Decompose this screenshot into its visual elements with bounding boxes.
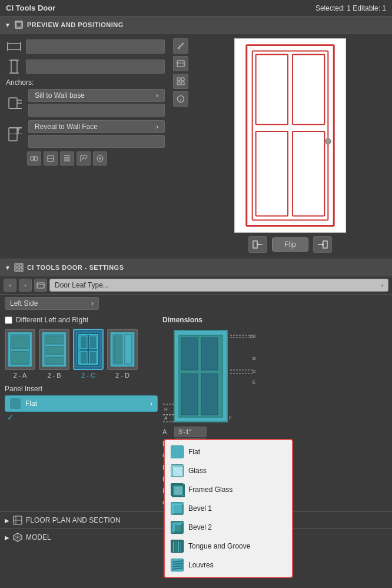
width-input[interactable]: 2'-6" bbox=[26, 39, 165, 54]
dimensions-title: Dimensions bbox=[162, 316, 387, 324]
flat-icon bbox=[171, 445, 184, 458]
flip-bar: Flip bbox=[248, 236, 331, 253]
settings-section-header[interactable]: ▼ CI TOOLS DOOR - SETTINGS bbox=[0, 259, 392, 276]
framed-glass-icon bbox=[171, 483, 184, 496]
toolbar-icon-1[interactable] bbox=[27, 151, 41, 166]
preview-collapse-arrow[interactable]: ▼ bbox=[5, 22, 11, 28]
anchor-icon-sill bbox=[6, 94, 25, 113]
variants-panel: Different Left and Right 2 - A bbox=[5, 316, 158, 508]
preview-tool-info[interactable]: i bbox=[173, 91, 188, 107]
preview-tool-view[interactable] bbox=[173, 56, 188, 71]
model-expand-arrow[interactable]: ▶ bbox=[5, 534, 9, 541]
glass-label: Glass bbox=[188, 467, 207, 475]
panel-insert-label: Panel Insert bbox=[5, 385, 158, 393]
svg-rect-44 bbox=[293, 54, 324, 124]
svg-rect-18 bbox=[35, 157, 38, 160]
svg-rect-36 bbox=[181, 78, 184, 81]
toolbar-icon-5[interactable] bbox=[93, 151, 107, 166]
svg-marker-109 bbox=[172, 504, 174, 514]
height-input[interactable]: 6'-8" bbox=[26, 60, 165, 74]
dim-value-A: 3'-1" bbox=[174, 427, 207, 437]
door-canvas bbox=[234, 38, 346, 233]
panel-insert-color-swatch bbox=[10, 398, 21, 409]
variant-label-2a: 2 - A bbox=[14, 372, 27, 379]
dropdown-item-bevel2[interactable]: Bevel 2 bbox=[165, 518, 292, 537]
settings-section-icon bbox=[14, 263, 24, 272]
svg-point-47 bbox=[325, 138, 331, 144]
toolbar-icon-2[interactable] bbox=[44, 151, 58, 166]
reveal-input-group: Reveal to Wall Face › 0" bbox=[28, 120, 165, 148]
svg-rect-56 bbox=[19, 265, 22, 267]
reveal-value-input[interactable]: 0" bbox=[28, 135, 165, 148]
svg-rect-46 bbox=[293, 131, 324, 216]
svg-marker-108 bbox=[172, 513, 183, 514]
dropdown-item-louvres[interactable]: Louvres bbox=[165, 556, 292, 574]
dropdown-item-glass[interactable]: Glass bbox=[165, 461, 292, 480]
nav-leaf-type-dropdown[interactable]: Door Leaf Type... › bbox=[49, 279, 388, 292]
svg-rect-37 bbox=[177, 82, 180, 85]
toolbar-icon-4[interactable] bbox=[77, 151, 91, 166]
floor-plan-expand-arrow[interactable]: ▶ bbox=[5, 517, 9, 524]
dropdown-item-flat[interactable]: Flat bbox=[165, 442, 292, 461]
floor-plan-title: FLOOR PLAN AND SECTION bbox=[26, 516, 121, 524]
svg-rect-79 bbox=[114, 336, 121, 363]
nav-next-button[interactable]: › bbox=[19, 279, 32, 292]
variant-thumb-2c bbox=[73, 329, 104, 370]
variant-item-2d[interactable]: 2 - D bbox=[107, 329, 138, 379]
svg-rect-75 bbox=[89, 351, 97, 364]
dropdown-item-framed-glass[interactable]: Framed Glass bbox=[165, 480, 292, 499]
anchors-label: Anchors: bbox=[6, 78, 165, 87]
toolbar-icon-3[interactable] bbox=[60, 151, 74, 166]
svg-rect-68 bbox=[46, 346, 62, 355]
diff-checkbox-row: Different Left and Right bbox=[5, 316, 158, 324]
diff-checkbox[interactable] bbox=[5, 316, 12, 324]
variant-item-2b[interactable]: 2 - B bbox=[39, 329, 69, 379]
selection-status: Selected: 1 Editable: 1 bbox=[315, 4, 386, 12]
left-side-value: Left Side bbox=[10, 299, 38, 308]
svg-rect-1 bbox=[16, 22, 21, 27]
flip-icon-right[interactable] bbox=[313, 236, 332, 253]
settings-collapse-arrow[interactable]: ▼ bbox=[5, 265, 11, 271]
dropdown-item-bevel1[interactable]: Bevel 1 bbox=[165, 499, 292, 518]
panel-insert-menu: Flat Glass Framed Glass Bevel 1 Bevel 2 … bbox=[164, 439, 293, 578]
variant-thumb-2d bbox=[107, 329, 138, 370]
preview-content: 2'-6" 6'-8" Anchors: Sill to Wall base ›… bbox=[0, 34, 392, 257]
flip-icon-left[interactable] bbox=[248, 236, 267, 253]
variant-item-2c[interactable]: 2 - C bbox=[73, 329, 104, 379]
reveal-row: Reveal to Wall Face › 0" bbox=[6, 120, 165, 148]
settings-section-title: CI TOOLS DOOR - SETTINGS bbox=[27, 264, 124, 271]
svg-rect-67 bbox=[46, 336, 62, 344]
reveal-button[interactable]: Reveal to Wall Face › bbox=[28, 120, 165, 133]
flip-button[interactable]: Flip bbox=[272, 237, 308, 252]
svg-rect-63 bbox=[12, 336, 28, 349]
nav-edit-button[interactable] bbox=[34, 279, 47, 292]
preview-section-icon bbox=[14, 20, 24, 29]
variant-label-2c: 2 - C bbox=[81, 372, 95, 379]
settings-nav: ‹ › Door Leaf Type... › bbox=[0, 276, 392, 295]
preview-section-header[interactable]: ▼ PREVIEW AND POSITIONING bbox=[0, 16, 392, 34]
panel-insert-dropdown[interactable]: Flat › bbox=[5, 395, 158, 412]
variant-label-2d: 2 - D bbox=[115, 372, 129, 379]
side-row: Left Side › bbox=[0, 295, 392, 312]
model-title: MODEL bbox=[26, 533, 51, 541]
sill-button[interactable]: Sill to Wall base › bbox=[28, 89, 165, 102]
nav-prev-button[interactable]: ‹ bbox=[4, 279, 16, 292]
svg-rect-43 bbox=[256, 54, 288, 124]
svg-rect-59 bbox=[37, 283, 44, 288]
left-side-dropdown[interactable]: Left Side › bbox=[5, 297, 99, 310]
preview-tool-measure[interactable] bbox=[173, 38, 188, 54]
preview-tool-grid[interactable] bbox=[173, 74, 188, 89]
svg-text:D: D bbox=[253, 356, 256, 361]
sill-row: Sill to Wall base › 0" bbox=[6, 89, 165, 117]
sill-value-input[interactable]: 0" bbox=[28, 104, 165, 117]
svg-rect-83 bbox=[201, 338, 218, 370]
dropdown-item-tongue-groove[interactable]: Tongue and Groove bbox=[165, 537, 292, 556]
svg-marker-107 bbox=[182, 504, 183, 514]
variant-item-2a[interactable]: 2 - A bbox=[5, 329, 35, 379]
svg-rect-64 bbox=[12, 351, 28, 364]
model-icon bbox=[13, 533, 22, 542]
dim-label-A: A bbox=[162, 428, 171, 435]
preview-toolbar: i bbox=[173, 38, 188, 107]
svg-rect-8 bbox=[9, 98, 17, 108]
door-preview-area: i bbox=[171, 34, 392, 257]
